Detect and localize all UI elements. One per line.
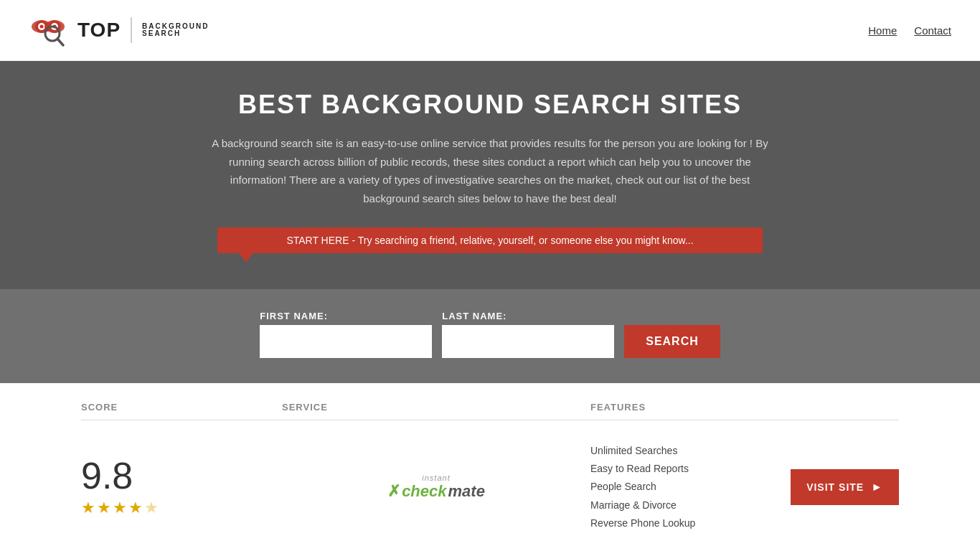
- logo-text: TOP: [77, 19, 121, 42]
- nav-contact[interactable]: Contact: [914, 24, 951, 37]
- first-name-field: FIRST NAME:: [260, 311, 432, 358]
- nav-home[interactable]: Home: [868, 24, 897, 37]
- visit-site-label-1: VISIT SITE: [806, 481, 864, 493]
- feature-item: Easy to Read Reports: [590, 460, 695, 478]
- feature-item: Marriage & Divorce: [590, 496, 695, 514]
- results-table: SCORE SERVICE FEATURES 9.8 ★★★★★ instant…: [60, 390, 920, 551]
- score-col-1: 9.8 ★★★★★: [81, 457, 282, 517]
- first-name-input[interactable]: [260, 325, 432, 358]
- first-name-label: FIRST NAME:: [260, 311, 432, 321]
- logo-sub-block: BACKGROUND SEARCH: [142, 23, 209, 37]
- score-number-1: 9.8: [81, 457, 133, 494]
- site-header: TOP BACKGROUND SEARCH Home Contact: [0, 0, 980, 61]
- logo-top-text: TOP: [77, 19, 121, 42]
- logo-divider: [131, 17, 132, 43]
- table-row: 9.8 ★★★★★ instant ✗ checkmate Unlimited …: [81, 420, 899, 551]
- visit-site-button-1[interactable]: VISIT SITE ►: [791, 469, 899, 505]
- last-name-input[interactable]: [442, 325, 614, 358]
- hero-section: BEST BACKGROUND SEARCH SITES A backgroun…: [0, 61, 980, 289]
- stars-1: ★★★★★: [81, 499, 160, 517]
- search-form: FIRST NAME: LAST NAME: SEARCH: [14, 311, 966, 358]
- header-score: SCORE: [81, 402, 282, 413]
- svg-line-9: [57, 39, 63, 45]
- features-list-1: Unlimited Searches Easy to Read Reports …: [590, 442, 695, 532]
- header-features: FEATURES: [590, 402, 899, 413]
- logo: TOP BACKGROUND SEARCH: [29, 11, 209, 50]
- last-name-field: LAST NAME:: [442, 311, 614, 358]
- logo-sub-line2: SEARCH: [142, 30, 209, 37]
- logo-icon: [29, 11, 72, 50]
- main-nav: Home Contact: [868, 24, 951, 37]
- feature-item: Unlimited Searches: [590, 442, 695, 460]
- features-visit-col-1: Unlimited Searches Easy to Read Reports …: [590, 442, 899, 532]
- service-logo-1: instant ✗ checkmate: [387, 466, 485, 509]
- svg-point-3: [40, 24, 44, 28]
- feature-item: People Search: [590, 478, 695, 496]
- arrow-icon-1: ►: [871, 481, 883, 494]
- table-header: SCORE SERVICE FEATURES: [81, 390, 899, 420]
- hero-description: A background search site is an easy-to-u…: [210, 134, 770, 207]
- search-button[interactable]: SEARCH: [624, 325, 720, 358]
- last-name-label: LAST NAME:: [442, 311, 614, 321]
- header-service: SERVICE: [282, 402, 590, 413]
- feature-item: Reverse Phone Lookup: [590, 514, 695, 532]
- hero-title: BEST BACKGROUND SEARCH SITES: [14, 90, 966, 120]
- search-section: FIRST NAME: LAST NAME: SEARCH: [0, 289, 980, 383]
- speech-bubble: START HERE - Try searching a friend, rel…: [217, 227, 763, 253]
- service-col-1: instant ✗ checkmate: [282, 466, 590, 509]
